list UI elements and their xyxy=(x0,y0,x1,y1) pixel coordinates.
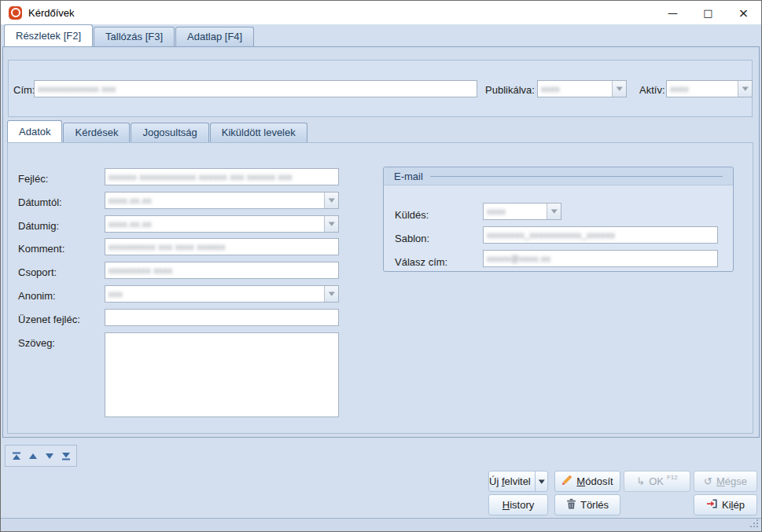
kuldes-dropdown[interactable]: xxxx ▼ xyxy=(483,203,561,220)
kuldes-label: Küldés: xyxy=(395,207,429,223)
resize-grip[interactable] xyxy=(750,519,759,530)
chevron-down-icon[interactable]: ▼ xyxy=(547,204,561,219)
window-title: Kérdőívek xyxy=(28,7,75,19)
inner-tabstrip: Adatok Kérdések Jogosultság Kiküldött le… xyxy=(7,120,308,142)
email-groupbox: E-mail Küldés: xxxx ▼ Sablon: xxxxxxxx_x… xyxy=(383,167,734,272)
uj-felvitel-label: Új felvitel xyxy=(489,471,531,491)
datumtol-datepicker[interactable]: xxxx.xx.xx ▼ xyxy=(105,192,339,209)
next-record-icon[interactable] xyxy=(42,448,57,464)
tab-reszletek[interactable]: Részletek [F2] xyxy=(4,24,93,46)
statusbar xyxy=(1,518,761,532)
maximize-icon[interactable]: □ xyxy=(690,1,726,24)
datumtol-label: Dátumtól: xyxy=(18,194,62,211)
megse-button[interactable]: ↺ Mégse xyxy=(694,471,757,492)
modosit-label: Módosít xyxy=(576,475,613,487)
tab-jogosultsag[interactable]: Jogosultság xyxy=(131,123,208,142)
valasz-cim-label: Válasz cím: xyxy=(395,254,447,270)
redacted-value: xxxx.xx.xx xyxy=(109,196,152,205)
window-controls: — □ × xyxy=(655,1,761,24)
email-group-title: E-mail xyxy=(394,171,423,182)
publikalva-label: Publikálva: xyxy=(485,82,535,98)
tab-tallozas[interactable]: Tallózás [F3] xyxy=(94,27,175,46)
redacted-value: xxxxx@xxxx.xx xyxy=(487,254,550,263)
valasz-cim-input[interactable]: xxxxx@xxxx.xx xyxy=(483,250,718,267)
group-title-rule xyxy=(430,176,723,177)
datumig-datepicker[interactable]: xxxx.xx.xx ▼ xyxy=(105,215,339,233)
uj-felvitel-button[interactable]: Új felvitel ▼ xyxy=(488,471,548,492)
fejlec-input[interactable]: xxxxxx xxxxxxxxxxxx xxxxxx xxx xxxxxx xx… xyxy=(105,168,339,185)
anonim-dropdown[interactable]: xxx ▼ xyxy=(105,285,339,303)
chevron-down-icon[interactable]: ▼ xyxy=(612,81,626,97)
chevron-down-icon[interactable]: ▼ xyxy=(738,81,752,97)
torles-button[interactable]: Törlés xyxy=(554,494,620,515)
titlebar: Kérdőívek — □ × xyxy=(1,1,761,24)
szoveg-label: Szöveg: xyxy=(18,335,55,351)
redacted-value: xxxxxxxx_xxxxxxxxxxx_xxxxxx xyxy=(487,230,615,240)
redacted-value: xxxxxxxxxxxxx xxx xyxy=(38,84,116,94)
aktiv-label: Aktív: xyxy=(639,82,665,98)
cim-input[interactable]: xxxxxxxxxxxxx xxx xyxy=(34,80,477,97)
close-icon[interactable]: × xyxy=(726,1,761,24)
uzenet-fejlec-input[interactable] xyxy=(105,309,339,326)
redacted-value: xxxxxx xxxxxxxxxxxx xxxxxx xxx xxxxxx xx… xyxy=(109,172,293,182)
ok-shortcut: F12 xyxy=(667,474,678,481)
megse-label: Mégse xyxy=(716,475,747,487)
history-label: History xyxy=(502,499,534,511)
anonim-label: Anonim: xyxy=(18,288,56,304)
publikalva-dropdown[interactable]: xxxx ▼ xyxy=(537,80,627,97)
app-window: Kérdőívek — □ × Részletek [F2] Tallózás … xyxy=(0,0,762,532)
sablon-label: Sablon: xyxy=(395,230,429,247)
redacted-value: xxxxxxxxx xxxx xyxy=(109,266,173,275)
tab-kikuldott-levelek[interactable]: Kiküldött levelek xyxy=(210,123,307,142)
chevron-down-icon[interactable]: ▼ xyxy=(324,286,338,302)
minimize-icon[interactable]: — xyxy=(655,1,690,24)
szoveg-textarea[interactable] xyxy=(105,332,339,417)
first-record-icon[interactable] xyxy=(9,448,24,464)
redacted-value: xxxx xyxy=(541,84,560,94)
ok-button[interactable]: ↳ OK F12 xyxy=(624,471,690,492)
tab-adatok[interactable]: Adatok xyxy=(7,120,62,142)
last-record-icon[interactable] xyxy=(58,448,73,464)
ok-label: OK xyxy=(649,475,664,487)
sablon-input[interactable]: xxxxxxxx_xxxxxxxxxxx_xxxxxx xyxy=(483,226,718,244)
uzenet-fejlec-label: Üzenet fejléc: xyxy=(18,311,80,328)
chevron-down-icon[interactable]: ▼ xyxy=(324,193,338,208)
undo-icon: ↺ xyxy=(704,475,712,487)
app-icon-ring xyxy=(11,8,20,17)
redacted-value: xxxx xyxy=(487,207,506,216)
outer-tabstrip: Részletek [F2] Tallózás [F3] Adatlap [F4… xyxy=(4,24,255,46)
torles-label: Törlés xyxy=(580,499,609,511)
komment-input[interactable]: xxxxxxxxxx xxx xxxx xxxxxx xyxy=(105,238,339,255)
exit-icon xyxy=(706,498,718,512)
redacted-value: xxx xyxy=(109,289,123,299)
uj-felvitel-split-arrow-icon[interactable]: ▼ xyxy=(535,471,547,491)
kilep-button[interactable]: Kilép xyxy=(694,494,757,515)
pencil-icon xyxy=(561,475,572,488)
aktiv-dropdown[interactable]: xxxx ▼ xyxy=(666,80,753,97)
datumig-label: Dátumig: xyxy=(18,218,59,234)
csoport-input[interactable]: xxxxxxxxx xxxx xyxy=(105,262,339,279)
redacted-value: xxxx.xx.xx xyxy=(109,219,152,229)
tab-kerdesek[interactable]: Kérdések xyxy=(63,123,130,142)
previous-record-icon[interactable] xyxy=(25,448,40,464)
kilep-label: Kilép xyxy=(722,499,745,511)
email-group-header: E-mail xyxy=(384,167,733,185)
history-button[interactable]: History xyxy=(488,494,548,515)
trash-icon xyxy=(566,498,576,512)
fejlec-label: Fejléc: xyxy=(18,171,48,187)
tab-adatlap[interactable]: Adatlap [F4] xyxy=(175,27,254,46)
komment-label: Komment: xyxy=(18,240,64,257)
chevron-down-icon[interactable]: ▼ xyxy=(324,216,338,232)
modosit-button[interactable]: Módosít xyxy=(554,471,620,492)
redacted-value: xxxxxxxxxx xxx xxxx xxxxxx xyxy=(109,242,226,251)
return-arrow-icon: ↳ xyxy=(636,475,645,487)
app-icon xyxy=(9,6,22,20)
record-nav-toolbar xyxy=(5,445,77,467)
csoport-label: Csoport: xyxy=(18,264,57,281)
cim-label: Cím: xyxy=(13,82,35,98)
redacted-value: xxxx xyxy=(670,84,689,94)
